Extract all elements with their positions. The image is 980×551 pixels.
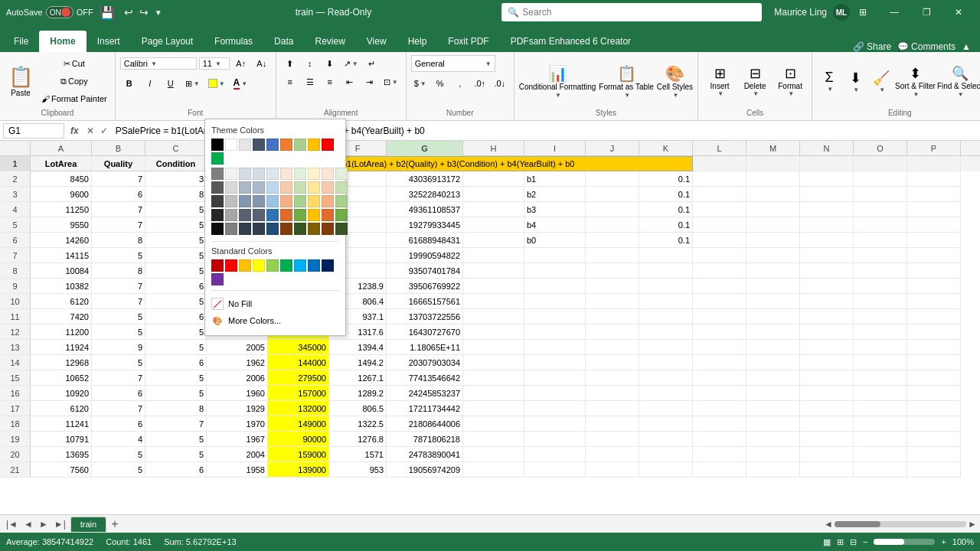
cell-d16[interactable]: 1960 [207,386,268,401]
cell-k6[interactable]: 0.1 [639,233,693,248]
cell-h12[interactable] [463,324,524,340]
ribbon-display-icon[interactable]: ⊞ [859,7,867,18]
cell-e15[interactable]: 279500 [268,370,329,386]
cell-e20[interactable]: 159000 [268,447,329,462]
cell-k7[interactable] [639,248,693,263]
cell-g14[interactable]: 20307903034 [387,355,463,370]
cell-h9[interactable] [463,279,524,294]
cell-b19[interactable]: 4 [92,432,145,447]
cell-b16[interactable]: 6 [92,386,145,401]
cell-d21[interactable]: 1958 [207,462,268,478]
shade-2-4[interactable] [253,181,265,194]
shade-1-4[interactable] [253,168,265,180]
page-layout-view-icon[interactable]: ⊞ [837,537,844,547]
cell-i10[interactable] [524,294,586,309]
cell-j4[interactable] [586,202,639,217]
cell-o20[interactable] [854,447,907,462]
cell-k2[interactable]: 0.1 [639,171,693,187]
delete-button[interactable]: ⊟ Delete ▼ [738,65,772,97]
cell-a21[interactable]: 7560 [31,462,92,478]
shade-4-7[interactable] [294,209,306,221]
cell-o21[interactable] [854,462,907,478]
cell-l5[interactable] [693,217,746,233]
sort-filter-button[interactable]: ⬍ Sort & Filter ▼ [895,65,936,98]
cell-b2[interactable]: 7 [92,171,145,187]
more-colors-button[interactable]: 🎨 More Colors... [211,312,339,329]
tab-view[interactable]: View [356,31,397,52]
cell-h15[interactable] [463,370,524,386]
cell-l9[interactable] [693,279,746,294]
cell-m9[interactable] [746,279,800,294]
cell-a2[interactable]: 8450 [31,171,92,187]
close-button[interactable]: ✕ [943,0,974,24]
cell-m12[interactable] [746,324,800,340]
cell-g2[interactable]: 43036913172 [387,171,463,187]
cell-p3[interactable] [907,187,961,202]
cell-d14[interactable]: 1962 [207,355,268,370]
cell-i20[interactable] [524,447,586,462]
cell-m19[interactable] [746,432,800,447]
cut-button[interactable]: ✂ Cut [38,55,110,72]
cell-h10[interactable] [463,294,524,309]
sheet-nav-next[interactable]: ► [36,519,51,530]
shade-3-2[interactable] [225,195,237,207]
underline-button[interactable]: U [162,75,180,92]
cell-n10[interactable] [800,294,854,309]
cell-h14[interactable] [463,355,524,370]
cell-n16[interactable] [800,386,854,401]
find-select-button[interactable]: 🔍 Find & Select ▼ [937,65,980,98]
cell-i17[interactable] [524,401,586,416]
cell-j9[interactable] [586,279,639,294]
font-name-dropdown[interactable]: Calibri▼ [120,57,197,70]
cell-m5[interactable] [746,217,800,233]
row-num-4[interactable]: 4 [0,202,30,217]
bold-button[interactable]: B [120,75,139,92]
row-num-15[interactable]: 15 [0,370,30,386]
theme-color-blue[interactable] [266,139,279,151]
col-header-b[interactable]: B [92,141,145,156]
cell-j8[interactable] [586,263,639,279]
cell-h4[interactable] [463,202,524,217]
cell-h20[interactable] [463,447,524,462]
cell-k16[interactable] [639,386,693,401]
align-middle-button[interactable]: ↕ [301,55,319,72]
cell-d13[interactable]: 2005 [207,340,268,355]
cell-f14[interactable]: 1494.2 [329,355,387,370]
cell-o2[interactable] [854,171,907,187]
cell-b10[interactable]: 7 [92,294,145,309]
shade-1-3[interactable] [239,168,251,180]
cell-b21[interactable]: 5 [92,462,145,478]
cell-b8[interactable]: 8 [92,263,145,279]
cell-l17[interactable] [693,401,746,416]
cell-p10[interactable] [907,294,961,309]
cell-a14[interactable]: 12968 [31,355,92,370]
cell-c10[interactable]: 5 [145,294,207,309]
cell-a18[interactable]: 11241 [31,416,92,432]
cell-o13[interactable] [854,340,907,355]
shade-1-1[interactable] [211,168,224,180]
sheet-nav-prev[interactable]: ◄ [21,519,36,530]
cell-l8[interactable] [693,263,746,279]
cell-h18[interactable] [463,416,524,432]
cell-b20[interactable]: 5 [92,447,145,462]
cell-f16[interactable]: 1289.2 [329,386,387,401]
align-left-button[interactable]: ≡ [281,73,299,90]
cell-o9[interactable] [854,279,907,294]
cell-k17[interactable] [639,401,693,416]
cell-m15[interactable] [746,370,800,386]
cell-e17[interactable]: 132000 [268,401,329,416]
cell-c13[interactable]: 5 [145,340,207,355]
theme-color-orange[interactable] [280,139,292,151]
cell-a16[interactable]: 10920 [31,386,92,401]
cell-c17[interactable]: 8 [145,401,207,416]
cell-p16[interactable] [907,386,961,401]
cell-m18[interactable] [746,416,800,432]
shade-4-2[interactable] [225,209,237,221]
cell-p15[interactable] [907,370,961,386]
cell-i21[interactable] [524,462,586,478]
cell-a17[interactable]: 6120 [31,401,92,416]
cell-k8[interactable] [639,263,693,279]
cell-h13[interactable] [463,340,524,355]
cell-l16[interactable] [693,386,746,401]
cell-a4[interactable]: 11250 [31,202,92,217]
